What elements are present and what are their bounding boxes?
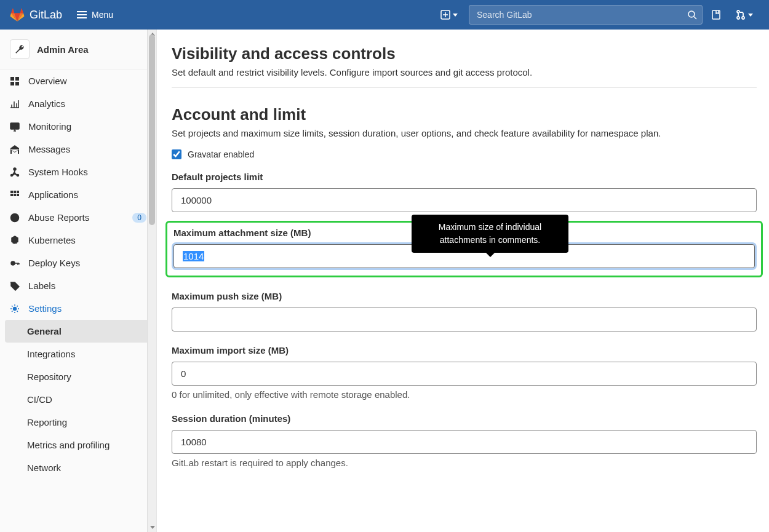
svg-point-15: [11, 174, 13, 176]
svg-rect-17: [10, 191, 13, 193]
svg-point-6: [737, 10, 739, 13]
search-box[interactable]: [469, 5, 703, 25]
max-import-input[interactable]: [172, 362, 757, 386]
field-label: Maximum push size (MB): [172, 291, 757, 301]
sidebar-item-monitoring[interactable]: Monitoring: [0, 115, 156, 138]
svg-point-8: [742, 17, 744, 19]
gitlab-logo-icon: [10, 7, 25, 22]
sidebar-item-messages[interactable]: Messages: [0, 138, 156, 161]
session-input[interactable]: [172, 430, 757, 454]
sidebar-subitem-integrations[interactable]: Integrations: [0, 343, 156, 365]
sidebar-item-settings[interactable]: Settings: [0, 297, 156, 320]
scrollbar-thumb[interactable]: [149, 34, 155, 225]
applications-icon: [10, 190, 20, 200]
svg-point-29: [14, 307, 17, 310]
settings-icon: [10, 304, 20, 314]
svg-rect-18: [14, 191, 16, 193]
account-limit-section: Account and limit Set projects and maxim…: [172, 105, 757, 468]
chevron-down-icon: [453, 14, 458, 17]
file-icon: [711, 10, 721, 20]
svg-rect-21: [14, 194, 16, 196]
sidebar-nav: OverviewAnalyticsMonitoringMessagesSyste…: [0, 69, 156, 532]
menu-label: Menu: [92, 10, 113, 20]
kubernetes-icon: [10, 236, 20, 245]
svg-point-24: [13, 216, 14, 217]
sidebar-subitem-network[interactable]: Network: [0, 456, 156, 479]
sidebar-item-kubernetes[interactable]: Kubernetes: [0, 229, 156, 252]
gravatar-row: Gravatar enabled: [172, 149, 757, 159]
merge-icon: [736, 10, 746, 20]
sidebar-item-analytics[interactable]: Analytics: [0, 92, 156, 115]
sidebar-subitem-repository[interactable]: Repository: [0, 365, 156, 388]
sidebar-item-deploy-keys[interactable]: Deploy Keys: [0, 252, 156, 274]
field-label: Session duration (minutes): [172, 413, 757, 424]
chevron-down-icon: [748, 14, 753, 17]
sidebar-item-label: Applications: [28, 189, 146, 200]
svg-rect-9: [10, 77, 14, 81]
sidebar-item-label: Messages: [28, 144, 146, 154]
badge: 0: [132, 213, 146, 223]
plus-icon: [440, 10, 450, 20]
menu-toggle[interactable]: Menu: [72, 7, 118, 22]
field-hint: 0 for unlimited, only effective with rem…: [172, 389, 757, 400]
sidebar-item-overview[interactable]: Overview: [0, 69, 156, 92]
svg-point-16: [17, 174, 19, 176]
analytics-icon: [10, 99, 20, 109]
sidebar-scrollbar[interactable]: [147, 30, 156, 532]
search-input[interactable]: [474, 6, 687, 24]
svg-point-28: [12, 284, 14, 285]
sidebar-subitem-metrics[interactable]: Metrics and profiling: [0, 434, 156, 456]
create-button[interactable]: [434, 6, 464, 23]
session-field: Session duration (minutes) GitLab restar…: [172, 413, 757, 468]
svg-rect-12: [15, 82, 19, 85]
svg-point-7: [737, 17, 739, 19]
sidebar-item-applications[interactable]: Applications: [0, 183, 156, 206]
svg-rect-11: [10, 82, 14, 85]
sidebar-item-label: System Hooks: [28, 167, 146, 177]
svg-point-23: [11, 213, 19, 221]
default-projects-input[interactable]: [172, 188, 757, 212]
monitoring-icon: [10, 122, 20, 132]
brand-logo[interactable]: GitLab: [10, 7, 62, 22]
sidebar-subitem-general[interactable]: General: [5, 320, 151, 343]
sidebar-title: Admin Area: [37, 44, 89, 55]
svg-rect-10: [15, 77, 19, 81]
issues-button[interactable]: [705, 6, 727, 23]
svg-point-27: [11, 261, 15, 265]
svg-point-4: [688, 11, 695, 17]
sidebar-item-system-hooks[interactable]: System Hooks: [0, 161, 156, 183]
section-subtitle: Set default and restrict visibility leve…: [172, 67, 757, 77]
sidebar-item-label: Labels: [28, 280, 146, 291]
sidebar-item-abuse-reports[interactable]: Abuse Reports0: [0, 206, 156, 229]
field-hint: GitLab restart is required to apply chan…: [172, 458, 757, 468]
svg-rect-0: [77, 11, 87, 12]
overview-icon: [10, 76, 20, 86]
svg-rect-1: [77, 14, 87, 15]
max-import-field: Maximum import size (MB) 0 for unlimited…: [172, 345, 757, 400]
search-icon[interactable]: [687, 10, 697, 20]
tooltip: Maximum size of individual attachments i…: [412, 215, 568, 253]
sidebar-header[interactable]: Admin Area: [0, 30, 156, 69]
section-subtitle: Set projects and maximum size limits, se…: [172, 128, 757, 138]
topbar: GitLab Menu: [0, 0, 769, 30]
gravatar-checkbox[interactable]: [172, 149, 181, 159]
abuse-icon: [10, 213, 20, 223]
scroll-down-icon[interactable]: [148, 523, 157, 532]
max-push-input[interactable]: [172, 308, 757, 332]
max-attachment-field: Maximum size of individual attachments i…: [172, 221, 757, 277]
merge-requests-button[interactable]: [730, 6, 759, 23]
max-push-field: Maximum push size (MB): [172, 291, 757, 332]
default-projects-field: Default projects limit: [172, 172, 757, 212]
sidebar-item-label: Kubernetes: [28, 235, 146, 245]
sidebar-item-label: Monitoring: [28, 121, 146, 132]
messages-icon: [10, 145, 20, 154]
sidebar-item-labels[interactable]: Labels: [0, 274, 156, 297]
sidebar-subitem-reporting[interactable]: Reporting: [0, 411, 156, 434]
wrench-icon: [10, 39, 30, 59]
svg-point-14: [14, 168, 16, 170]
sidebar-item-label: Overview: [28, 76, 146, 86]
divider: [172, 87, 757, 88]
sidebar-subitem-cicd[interactable]: CI/CD: [0, 388, 156, 411]
sidebar: Admin Area OverviewAnalyticsMonitoringMe…: [0, 30, 157, 532]
svg-rect-20: [10, 194, 13, 196]
